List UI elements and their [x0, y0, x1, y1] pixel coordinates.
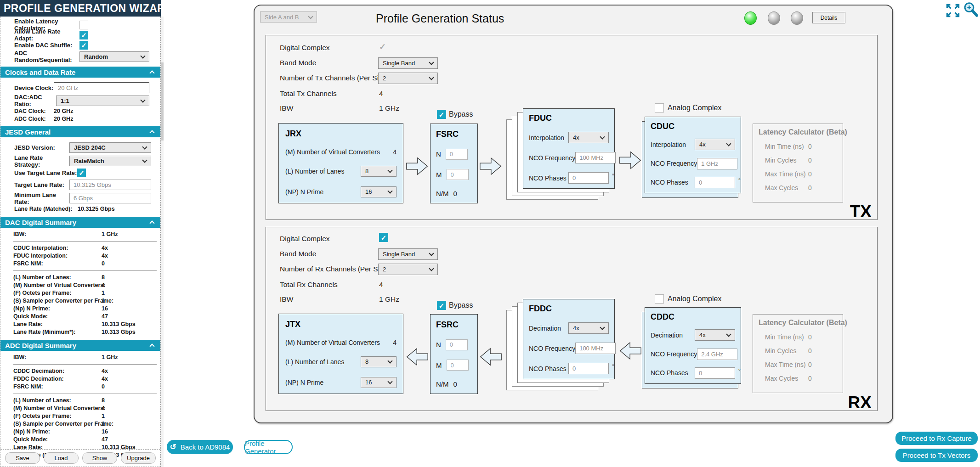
cddc-nco-frequency-input[interactable] [697, 349, 737, 360]
rx-digital-complex-label: Digital Complex [280, 235, 330, 243]
jesd-version-select[interactable]: JESD 204C [69, 142, 151, 153]
check-icon: ✓ [79, 169, 85, 176]
profile-generation-status-label: Profile Generation Status [376, 12, 504, 25]
rx-channels-select[interactable]: 2 [378, 264, 438, 275]
rx-analog-complex-checkbox[interactable] [655, 294, 664, 304]
fduc-interpolation-select[interactable]: 4x [568, 132, 609, 143]
section-jesd-general[interactable]: JESD General [0, 126, 160, 137]
fddc-nco-phases-label: NCO Phases [529, 365, 568, 372]
cddc-nco-phases-input[interactable] [695, 367, 735, 379]
jesd-version-label: JESD Version: [14, 144, 69, 151]
cddc-decimation-select[interactable]: 4x [695, 329, 735, 341]
tx-channels-label: Number of Tx Channels (Per Side) [280, 74, 389, 82]
summary-label: CDDC Decimation: [13, 368, 64, 374]
profile-generator-button[interactable]: Profile Generator [244, 440, 293, 454]
latency-value: 0 [808, 375, 812, 382]
target-lane-rate-label: Target Lane Rate: [14, 181, 69, 188]
use-target-lane-rate-label: Use Target Lane Rate: [14, 169, 77, 176]
enable-latency-calculator-checkbox[interactable] [79, 21, 88, 29]
chevron-down-icon [387, 379, 392, 384]
fsrc-n-label: N [436, 341, 441, 349]
rx-digital-complex-checkbox[interactable]: ✓ [379, 233, 388, 242]
side-select[interactable]: Side A and B [260, 11, 317, 23]
back-to-ad9084-button[interactable]: ↺ Back to AD9084 [167, 440, 233, 454]
collapse-sidebar-icon[interactable]: < [173, 3, 179, 14]
summary-value: 4 [102, 405, 105, 412]
rx-bypass-checkbox[interactable]: ✓ [437, 301, 446, 310]
tx-total-channels-value: 4 [379, 90, 383, 98]
target-lane-rate-input[interactable] [69, 180, 151, 190]
rx-total-channels-label: Total Rx Channels [280, 281, 338, 289]
rx-total-channels-value: 4 [379, 281, 383, 289]
fsrc-n-input[interactable] [446, 149, 468, 160]
rx-bypass-label: Bypass [449, 301, 473, 309]
jrx-lanes-select[interactable]: 8 [361, 166, 397, 177]
cduc-interpolation-select[interactable]: 4x [695, 139, 735, 150]
rx-analog-complex: Analog Complex [655, 294, 721, 304]
section-adc-digital-summary[interactable]: ADC Digital Summary [0, 340, 160, 351]
rx-band-mode-select[interactable]: Single Band [378, 248, 438, 260]
summary-label: Quick Mode: [13, 313, 48, 320]
cduc-nco-phases-input[interactable] [695, 177, 735, 188]
upgrade-button[interactable]: Upgrade [121, 452, 156, 464]
fddc-nco-phases-input[interactable] [568, 363, 609, 374]
expand-fullscreen-icon[interactable] [945, 3, 961, 18]
summary-label: (M) Number of Virtual Converters: [13, 405, 106, 411]
fddc-decimation-select[interactable]: 4x [568, 322, 609, 334]
latency-label: Max Cycles [765, 184, 798, 191]
load-button[interactable]: Load [44, 452, 79, 464]
jtx-m-value: 4 [393, 339, 397, 346]
minimum-lane-rate-input[interactable] [69, 193, 151, 203]
fduc-block: FDUC Interpolation 4x NCO Frequency NCO … [523, 108, 615, 189]
latency-value: 0 [808, 361, 812, 368]
rx-channels-label: Number of Rx Channels (Per Side) [280, 265, 390, 273]
lane-rate-strategy-select[interactable]: RateMatch [69, 156, 151, 166]
tx-band-mode-select[interactable]: Single Band [378, 57, 438, 69]
fsrc-n-input[interactable] [446, 339, 468, 350]
use-target-lane-rate-checkbox[interactable]: ✓ [77, 169, 86, 177]
allow-lane-rate-adapt-checkbox[interactable]: ✓ [79, 31, 88, 39]
jrx-np-label: (NP) N Prime [285, 188, 361, 196]
jtx-lanes-select[interactable]: 8 [361, 356, 397, 367]
sidebar-scrollbar[interactable] [161, 17, 164, 467]
chevron-up-icon [149, 130, 154, 135]
fddc-nco-frequency-input[interactable] [575, 343, 616, 354]
fduc-nco-phases-input[interactable] [568, 172, 609, 184]
summary-value: 8 [102, 274, 105, 281]
fsrc-m-input[interactable] [447, 169, 469, 180]
enable-dac-shuffle-checkbox[interactable]: ✓ [79, 41, 88, 50]
jrx-nprime-select[interactable]: 16 [361, 186, 397, 197]
fsrc-nm-value: 0 [453, 190, 457, 197]
minimum-lane-rate-label: Minimum Lane Rate: [14, 191, 69, 205]
tx-bypass-checkbox[interactable]: ✓ [437, 110, 446, 119]
fsrc-m-label: M [436, 171, 442, 179]
fsrc-m-input[interactable] [447, 360, 469, 371]
section-dac-digital-summary[interactable]: DAC Digital Summary [0, 217, 160, 228]
fduc-nco-frequency-input[interactable] [575, 152, 616, 163]
profile-wizard-sidebar: PROFILE GENERATION WIZARD < Enable Laten… [0, 0, 161, 467]
summary-label: FDDC Decimation: [13, 376, 64, 382]
scrollbar-thumb[interactable] [161, 62, 164, 141]
details-button[interactable]: Details [812, 12, 845, 23]
device-clock-input[interactable] [54, 82, 149, 93]
dac-adc-ratio-select[interactable]: 1:1 [56, 96, 149, 106]
tx-channels-select[interactable]: 2 [378, 73, 438, 84]
latency-label: Max Cycles [765, 375, 798, 382]
rx-band-mode-label: Band Mode [280, 250, 316, 258]
zoom-in-icon[interactable] [962, 1, 980, 19]
save-button[interactable]: Save [5, 452, 40, 464]
adc-random-sequential-select[interactable]: Random [79, 51, 149, 62]
show-button[interactable]: Show [82, 452, 117, 464]
latency-value: 0 [808, 170, 812, 178]
cddc-nco-phases-label: NCO Phases [651, 369, 695, 377]
proceed-to-tx-vectors-button[interactable]: Proceed to Tx Vectors [895, 449, 978, 462]
cduc-nco-frequency-input[interactable] [697, 158, 737, 169]
tx-analog-complex-checkbox[interactable] [655, 103, 664, 113]
chevron-down-icon [429, 60, 434, 65]
rx-ibw-label: IBW [280, 295, 293, 304]
sidebar-title: PROFILE GENERATION WIZARD [4, 2, 173, 15]
jtx-nprime-select[interactable]: 16 [361, 377, 397, 388]
proceed-to-rx-capture-button[interactable]: Proceed to Rx Capture [895, 432, 978, 445]
section-clocks-and-data-rate[interactable]: Clocks and Data Rate [0, 67, 160, 78]
fduc-nco-phases-label: NCO Phases [529, 174, 568, 182]
